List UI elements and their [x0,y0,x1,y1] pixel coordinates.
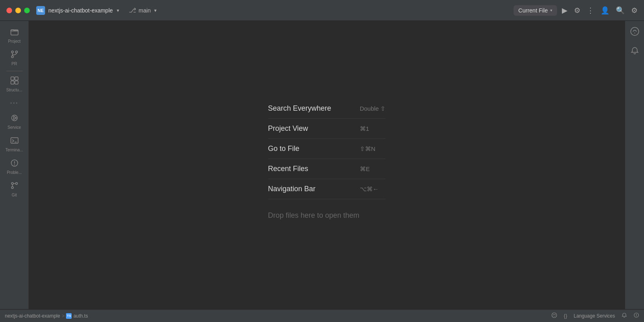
breadcrumb[interactable]: nextjs-ai-chatbot-example > TS auth.ts [5,313,88,319]
sidebar-item-pr-label: PR [12,62,17,66]
sidebar-more-button[interactable]: ··· [10,95,19,110]
search-everywhere-label: Search Everywhere [268,104,357,113]
project-view-label: Project View [268,124,357,133]
sidebar: Project PR [0,21,29,309]
search-everywhere-row[interactable]: Search Everywhere Double ⇧ [268,99,386,119]
svg-rect-4 [11,77,14,80]
sidebar-item-project-label: Project [8,39,21,43]
sidebar-item-structure[interactable]: Structu... [0,73,29,95]
svg-point-14 [15,183,17,185]
recent-files-row[interactable]: Recent Files ⌘E [268,159,386,179]
breadcrumb-project: nextjs-ai-chatbot-example [5,313,60,319]
statusbar-warning-icon[interactable] [634,312,639,319]
file-type-icon: TS [66,313,72,319]
titlebar-right: 👤 🔍 ⚙ [601,6,638,15]
sidebar-item-problems[interactable]: Proble... [0,155,29,178]
language-services-label: Language Services [574,313,615,319]
welcome-panel: Search Everywhere Double ⇧ Project View … [268,99,386,232]
project-view-row[interactable]: Project View ⌘1 [268,119,386,139]
svg-point-16 [552,313,557,318]
project-view-shortcut: ⌘1 [360,125,369,132]
svg-rect-6 [11,81,14,84]
navigation-bar-shortcut: ⌥⌘← [360,186,379,193]
service-icon [10,114,19,124]
sidebar-item-service[interactable]: Service [0,110,29,133]
close-button[interactable] [6,8,12,13]
sidebar-item-project[interactable]: Project [0,24,29,47]
svg-point-3 [11,56,13,58]
drop-files-label: Drop files here to open them [268,205,359,226]
content-area: Search Everywhere Double ⇧ Project View … [29,21,625,309]
project-label[interactable]: NE nextjs-ai-chatbot-example ▾ [36,6,119,15]
collab-icon[interactable]: 👤 [601,6,609,15]
git-icon [10,181,19,191]
structure-icon [10,76,19,86]
sidebar-item-git-label: Git [12,193,17,197]
svg-rect-7 [15,81,18,84]
breadcrumb-separator: > [62,313,64,319]
breadcrumb-file: auth.ts [73,313,88,319]
go-to-file-shortcut: ⇧⌘N [360,145,376,153]
pr-icon [10,50,19,60]
navigation-bar-row[interactable]: Navigation Bar ⌥⌘← [268,179,386,199]
go-to-file-row[interactable]: Go to File ⇧⌘N [268,139,386,159]
svg-point-13 [11,187,13,189]
sidebar-item-terminal-label: Termina... [6,148,23,152]
svg-point-15 [634,33,635,33]
current-file-arrow: ▾ [550,8,552,12]
ai-notifications-icon[interactable] [627,24,642,41]
run-icon[interactable]: ▶ [562,6,568,15]
sidebar-item-pr[interactable]: PR [0,47,29,69]
branch-selector[interactable]: ⎇ main ▾ [129,6,156,14]
current-file-label: Current File [518,7,548,14]
svg-point-2 [15,51,17,53]
curly-braces-icon: {} [564,313,568,319]
branch-name: main [138,7,151,14]
project-folder-icon [10,27,19,37]
branch-icon: ⎇ [129,6,136,14]
svg-point-12 [11,183,13,185]
svg-point-17 [554,316,555,317]
debug-icon[interactable]: ⚙ [574,6,580,15]
recent-files-label: Recent Files [268,165,357,173]
svg-rect-5 [15,77,18,80]
problems-icon [10,159,19,169]
statusbar: nextjs-ai-chatbot-example > TS auth.ts {… [0,309,644,322]
drop-files-row: Drop files here to open them [268,199,386,232]
sidebar-item-service-label: Service [8,125,21,130]
sidebar-item-git[interactable]: Git [0,178,29,200]
go-to-file-label: Go to File [268,144,357,153]
titlebar: NE nextjs-ai-chatbot-example ▾ ⎇ main ▾ … [0,0,644,21]
project-dropdown-icon: ▾ [117,8,119,13]
ai-status-icon[interactable] [551,312,557,320]
branch-dropdown-icon: ▾ [154,8,157,13]
right-sidebar [625,21,644,309]
project-name: nextjs-ai-chatbot-example [48,7,113,14]
sidebar-item-terminal[interactable]: Termina... [0,133,29,155]
maximize-button[interactable] [24,8,30,13]
sidebar-item-problems-label: Proble... [7,170,22,175]
search-everywhere-shortcut: Double ⇧ [360,105,386,112]
recent-files-shortcut: ⌘E [360,165,370,173]
settings-icon[interactable]: ⚙ [631,6,638,15]
svg-point-1 [11,51,13,53]
traffic-lights [6,8,30,13]
sidebar-separator-1 [6,71,23,71]
more-actions-icon[interactable]: ⋮ [587,6,594,15]
statusbar-right: {} Language Services [551,312,639,320]
terminal-icon [10,136,19,146]
project-avatar: NE [36,6,45,15]
svg-rect-10 [11,138,18,143]
statusbar-bell-icon[interactable] [621,312,627,319]
sidebar-item-structure-label: Structu... [6,88,22,92]
main-layout: Project PR [0,21,644,309]
minimize-button[interactable] [15,8,21,13]
current-file-button[interactable]: Current File ▾ [514,5,557,16]
statusbar-left: nextjs-ai-chatbot-example > TS auth.ts [5,313,548,319]
navigation-bar-label: Navigation Bar [268,185,357,193]
notification-bell-icon[interactable] [628,44,642,60]
titlebar-actions: ▶ ⚙ ⋮ [562,6,594,15]
svg-marker-9 [14,116,17,120]
search-icon[interactable]: 🔍 [616,6,625,15]
